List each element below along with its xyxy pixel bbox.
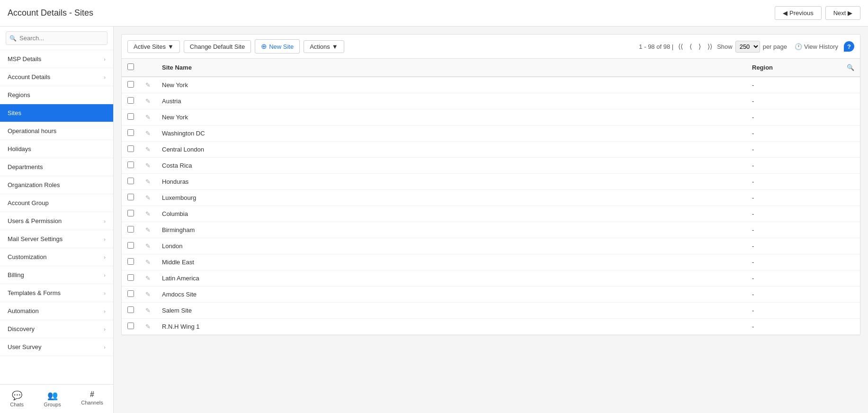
row-region: -: [746, 270, 841, 287]
row-checkbox-11[interactable]: [127, 258, 134, 265]
sidebar-item-customization[interactable]: Customization›: [0, 248, 113, 266]
sidebar-item-automation[interactable]: Automation›: [0, 302, 113, 320]
prev-page-button[interactable]: ⟨: [688, 42, 694, 51]
row-empty: [841, 126, 860, 142]
sidebar-item-users-permission[interactable]: Users & Permission›: [0, 212, 113, 230]
groups-button[interactable]: 👥 Groups: [40, 388, 65, 409]
edit-icon-5[interactable]: ✎: [145, 162, 151, 169]
select-all-checkbox[interactable]: [127, 63, 134, 70]
table-row: ✎ Costa Rica -: [122, 158, 860, 174]
row-checkbox-5[interactable]: [127, 162, 134, 168]
search-input[interactable]: [6, 31, 107, 45]
row-edit-cell: ✎: [140, 270, 156, 287]
sidebar-item-departments[interactable]: Departments: [0, 158, 113, 176]
actions-dropdown[interactable]: Actions ▼: [304, 40, 344, 53]
help-char: ?: [847, 43, 851, 50]
th-search-icon[interactable]: 🔍: [841, 59, 860, 77]
help-badge[interactable]: ?: [844, 41, 854, 52]
edit-icon-4[interactable]: ✎: [145, 146, 151, 153]
row-checkbox-1[interactable]: [127, 97, 134, 104]
sidebar-item-regions[interactable]: Regions: [0, 86, 113, 104]
table-row: ✎ Washington DC -: [122, 126, 860, 142]
row-checkbox-4[interactable]: [127, 145, 134, 152]
edit-icon-6[interactable]: ✎: [145, 178, 151, 185]
row-checkbox-13[interactable]: [127, 290, 134, 297]
row-region: -: [746, 142, 841, 158]
row-checkbox-3[interactable]: [127, 129, 134, 136]
edit-icon-1[interactable]: ✎: [145, 98, 151, 105]
row-empty: [841, 303, 860, 319]
th-edit: [140, 59, 156, 77]
edit-icon-9[interactable]: ✎: [145, 226, 151, 233]
sidebar-item-templates-forms[interactable]: Templates & Forms›: [0, 284, 113, 302]
row-checkbox-9[interactable]: [127, 226, 134, 233]
next-button[interactable]: Next ▶: [825, 6, 860, 20]
row-region: -: [746, 174, 841, 190]
new-site-button[interactable]: ⊕ New Site: [255, 39, 300, 54]
pagination-text: 1 - 98 of 98 |: [639, 43, 673, 50]
row-edit-cell: ✎: [140, 190, 156, 206]
table-row: ✎ Salem Site -: [122, 303, 860, 319]
active-sites-label: Active Sites: [134, 43, 166, 50]
row-edit-cell: ✎: [140, 254, 156, 270]
sidebar-item-label: Mail Server Settings: [8, 235, 63, 242]
sidebar-item-billing[interactable]: Billing›: [0, 266, 113, 284]
th-region: Region: [746, 59, 841, 77]
row-checkbox-7[interactable]: [127, 194, 134, 200]
plus-circle-icon: ⊕: [261, 42, 267, 51]
sidebar-item-mail-server[interactable]: Mail Server Settings›: [0, 230, 113, 248]
row-checkbox-6[interactable]: [127, 178, 134, 184]
sidebar-item-account-details[interactable]: Account Details›: [0, 68, 113, 86]
row-checkbox-0[interactable]: [127, 81, 134, 88]
table-row: ✎ Birmingham -: [122, 222, 860, 238]
row-site-name: Columbia: [156, 206, 746, 222]
edit-icon-11[interactable]: ✎: [145, 259, 151, 266]
previous-button[interactable]: ◀ Previous: [775, 6, 821, 20]
row-edit-cell: ✎: [140, 109, 156, 126]
row-checkbox-12[interactable]: [127, 274, 134, 281]
row-region: -: [746, 222, 841, 238]
edit-icon-0[interactable]: ✎: [145, 81, 151, 89]
edit-icon-10[interactable]: ✎: [145, 242, 151, 250]
sidebar-item-organization-roles[interactable]: Organization Roles: [0, 176, 113, 194]
sidebar-item-account-group[interactable]: Account Group: [0, 194, 113, 212]
row-empty: [841, 109, 860, 126]
row-checkbox-10[interactable]: [127, 242, 134, 249]
chevron-icon: ›: [104, 56, 106, 62]
row-checkbox-14[interactable]: [127, 306, 134, 313]
row-checkbox-8[interactable]: [127, 210, 134, 216]
first-page-button[interactable]: ⟨⟨: [676, 42, 685, 51]
last-page-button[interactable]: ⟩⟩: [706, 42, 714, 51]
view-history-button[interactable]: 🕐 View History: [795, 43, 838, 50]
edit-icon-3[interactable]: ✎: [145, 130, 151, 137]
sidebar-item-holidays[interactable]: Holidays: [0, 140, 113, 158]
edit-icon-14[interactable]: ✎: [145, 307, 151, 314]
next-page-button[interactable]: ⟩: [697, 42, 703, 51]
row-region: -: [746, 206, 841, 222]
edit-icon-2[interactable]: ✎: [145, 114, 151, 121]
per-page-select[interactable]: 25 50 100 250 500: [735, 41, 760, 53]
edit-icon-15[interactable]: ✎: [145, 323, 151, 330]
chats-button[interactable]: 💬 Chats: [6, 388, 27, 409]
chevron-icon: ›: [104, 308, 106, 314]
row-checkbox-cell: [122, 287, 140, 303]
row-checkbox-2[interactable]: [127, 113, 134, 120]
row-region: -: [746, 190, 841, 206]
edit-icon-12[interactable]: ✎: [145, 275, 151, 282]
chevron-icon: ›: [104, 74, 106, 80]
change-default-site-button[interactable]: Change Default Site: [184, 40, 251, 53]
row-checkbox-15[interactable]: [127, 323, 134, 329]
chevron-icon: ›: [104, 272, 106, 278]
sidebar-item-operational-hours[interactable]: Operational hours: [0, 122, 113, 140]
sidebar-item-sites[interactable]: Sites: [0, 104, 113, 122]
edit-icon-8[interactable]: ✎: [145, 210, 151, 217]
sidebar-item-msp-details[interactable]: MSP Details›: [0, 50, 113, 68]
sidebar-item-discovery[interactable]: Discovery›: [0, 320, 113, 338]
row-empty: [841, 77, 860, 93]
sidebar-item-label: Automation: [8, 307, 39, 314]
sidebar-item-user-survey[interactable]: User Survey›: [0, 338, 113, 356]
edit-icon-7[interactable]: ✎: [145, 194, 151, 201]
active-sites-dropdown[interactable]: Active Sites ▼: [127, 40, 180, 53]
channels-button[interactable]: # Channels: [77, 388, 107, 409]
edit-icon-13[interactable]: ✎: [145, 291, 151, 298]
